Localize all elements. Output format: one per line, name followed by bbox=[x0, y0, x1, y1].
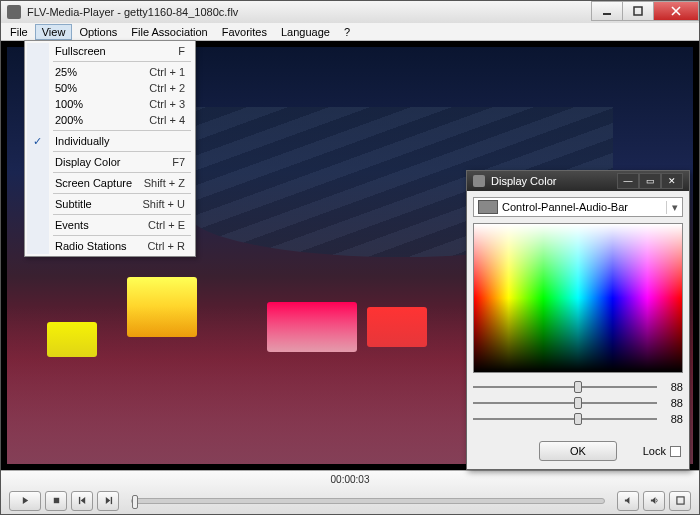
dialog-minimize-button[interactable]: — bbox=[617, 173, 639, 189]
menu-favorites[interactable]: Favorites bbox=[215, 24, 274, 40]
menu-separator bbox=[53, 235, 191, 236]
menu-item-display-color[interactable]: Display ColorF7 bbox=[27, 154, 193, 170]
menu-item-100-[interactable]: 100%Ctrl + 3 bbox=[27, 96, 193, 112]
menu-item-shortcut: Shift + Z bbox=[144, 177, 185, 189]
svg-rect-4 bbox=[110, 497, 111, 504]
menu-item-label: Fullscreen bbox=[55, 45, 106, 57]
minimize-button[interactable] bbox=[591, 1, 623, 21]
color-target-value: Control-Pannel-Audio-Bar bbox=[502, 201, 666, 213]
menu-item-50-[interactable]: 50%Ctrl + 2 bbox=[27, 80, 193, 96]
dialog-title: Display Color bbox=[491, 175, 556, 187]
svg-rect-5 bbox=[676, 497, 683, 504]
seek-thumb[interactable] bbox=[132, 495, 138, 509]
menu-separator bbox=[53, 130, 191, 131]
slider-3[interactable] bbox=[473, 418, 657, 420]
menu-options[interactable]: Options bbox=[72, 24, 124, 40]
color-target-select[interactable]: Control-Pannel-Audio-Bar ▾ bbox=[473, 197, 683, 217]
menu-item-shortcut: Ctrl + 1 bbox=[149, 66, 185, 78]
menu-item-label: 25% bbox=[55, 66, 77, 78]
menu-item-shortcut: F7 bbox=[172, 156, 185, 168]
maximize-button[interactable] bbox=[622, 1, 654, 21]
dialog-close-button[interactable]: ✕ bbox=[661, 173, 683, 189]
display-color-dialog: Display Color — ▭ ✕ Control-Pannel-Audio… bbox=[466, 170, 690, 470]
menu-item-label: 200% bbox=[55, 114, 83, 126]
menubar: File View Options File Association Favor… bbox=[1, 23, 699, 41]
menu-item-shortcut: Ctrl + E bbox=[148, 219, 185, 231]
ok-button[interactable]: OK bbox=[539, 441, 617, 461]
svg-rect-1 bbox=[634, 7, 642, 15]
menu-separator bbox=[53, 214, 191, 215]
svg-rect-0 bbox=[603, 13, 611, 15]
menu-item-25-[interactable]: 25%Ctrl + 1 bbox=[27, 64, 193, 80]
slider-2[interactable] bbox=[473, 402, 657, 404]
menu-item-label: Screen Capture bbox=[55, 177, 132, 189]
menu-view[interactable]: View bbox=[35, 24, 73, 40]
menu-item-200-[interactable]: 200%Ctrl + 4 bbox=[27, 112, 193, 128]
menu-item-radio-stations[interactable]: Radio StationsCtrl + R bbox=[27, 238, 193, 254]
slider-3-value: 88 bbox=[663, 413, 683, 425]
menu-item-label: Subtitle bbox=[55, 198, 92, 210]
menu-file[interactable]: File bbox=[3, 24, 35, 40]
menu-item-shortcut: Shift + U bbox=[143, 198, 186, 210]
menu-item-shortcut: Ctrl + R bbox=[147, 240, 185, 252]
stop-button[interactable] bbox=[45, 491, 67, 511]
menu-item-individually[interactable]: ✓Individually bbox=[27, 133, 193, 149]
slider-thumb[interactable] bbox=[574, 381, 582, 393]
menu-item-shortcut: Ctrl + 3 bbox=[149, 98, 185, 110]
view-menu-dropdown: FullscreenF25%Ctrl + 150%Ctrl + 2100%Ctr… bbox=[24, 40, 196, 257]
menu-item-label: Events bbox=[55, 219, 89, 231]
lock-checkbox[interactable] bbox=[670, 446, 681, 457]
menu-item-subtitle[interactable]: SubtitleShift + U bbox=[27, 196, 193, 212]
menu-separator bbox=[53, 172, 191, 173]
color-picker[interactable] bbox=[473, 223, 683, 373]
menu-item-fullscreen[interactable]: FullscreenF bbox=[27, 43, 193, 59]
window-title: FLV-Media-Player - getty1160-84_1080c.fl… bbox=[27, 6, 238, 18]
slider-thumb[interactable] bbox=[574, 397, 582, 409]
fullscreen-button[interactable] bbox=[669, 491, 691, 511]
control-bar: 00:00:03 bbox=[1, 470, 699, 514]
close-button[interactable] bbox=[653, 1, 699, 21]
seek-bar[interactable] bbox=[131, 498, 605, 504]
menu-item-shortcut: F bbox=[178, 45, 185, 57]
prev-button[interactable] bbox=[71, 491, 93, 511]
playback-time: 00:00:03 bbox=[331, 474, 370, 485]
lock-label: Lock bbox=[643, 445, 666, 457]
menu-item-label: 100% bbox=[55, 98, 83, 110]
time-display: 00:00:03 bbox=[1, 471, 699, 487]
slider-thumb[interactable] bbox=[574, 413, 582, 425]
menu-separator bbox=[53, 61, 191, 62]
menu-item-label: Radio Stations bbox=[55, 240, 127, 252]
menu-item-label: 50% bbox=[55, 82, 77, 94]
mute-button[interactable] bbox=[617, 491, 639, 511]
menu-separator bbox=[53, 193, 191, 194]
dialog-maximize-button[interactable]: ▭ bbox=[639, 173, 661, 189]
svg-rect-3 bbox=[78, 497, 79, 504]
menu-item-screen-capture[interactable]: Screen CaptureShift + Z bbox=[27, 175, 193, 191]
menu-help[interactable]: ? bbox=[337, 24, 357, 40]
menu-item-label: Display Color bbox=[55, 156, 120, 168]
slider-1[interactable] bbox=[473, 386, 657, 388]
check-icon: ✓ bbox=[33, 135, 42, 148]
titlebar: FLV-Media-Player - getty1160-84_1080c.fl… bbox=[1, 1, 699, 23]
menu-file-association[interactable]: File Association bbox=[124, 24, 214, 40]
menu-item-events[interactable]: EventsCtrl + E bbox=[27, 217, 193, 233]
dialog-icon bbox=[473, 175, 485, 187]
menu-item-shortcut: Ctrl + 2 bbox=[149, 82, 185, 94]
volume-button[interactable] bbox=[643, 491, 665, 511]
menu-separator bbox=[53, 151, 191, 152]
menu-item-shortcut: Ctrl + 4 bbox=[149, 114, 185, 126]
menu-item-label: Individually bbox=[55, 135, 109, 147]
swatch-icon bbox=[478, 200, 498, 214]
slider-1-value: 88 bbox=[663, 381, 683, 393]
slider-2-value: 88 bbox=[663, 397, 683, 409]
menu-language[interactable]: Language bbox=[274, 24, 337, 40]
play-button[interactable] bbox=[9, 491, 41, 511]
app-icon bbox=[7, 5, 21, 19]
chevron-down-icon: ▾ bbox=[666, 201, 682, 214]
svg-rect-2 bbox=[53, 498, 58, 503]
next-button[interactable] bbox=[97, 491, 119, 511]
